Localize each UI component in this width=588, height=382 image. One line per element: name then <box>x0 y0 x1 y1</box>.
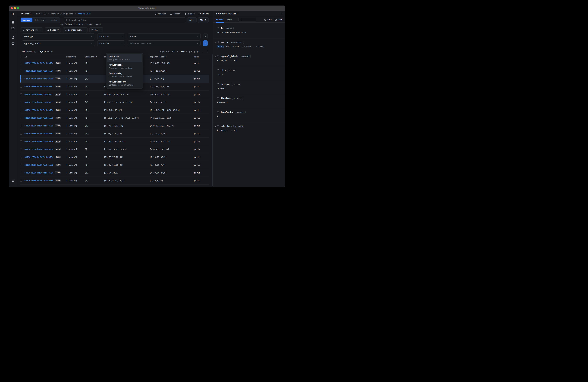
filter-value-select[interactable]: woman <box>128 34 201 39</box>
sidebar-item-table[interactable] <box>10 41 16 46</box>
close-window-button[interactable] <box>11 7 13 9</box>
expand-chevron-icon[interactable] <box>214 55 216 57</box>
table-row[interactable]: 6811022066dbe807be0cb533512D ["woman"] [… <box>20 98 209 106</box>
breadcrumb-item[interactable]: v2 <box>44 13 46 15</box>
row-checkbox[interactable] <box>20 180 22 182</box>
document-id-link[interactable]: 6811022066dbe807be0cb536 <box>24 125 53 127</box>
table-row[interactable]: 6811022066dbe807be0cb53c512D ["woman"] [… <box>20 169 209 177</box>
document-id-link[interactable]: 6811022066dbe807be0cb539 <box>24 148 53 150</box>
sidebar-item-document[interactable] <box>10 35 16 40</box>
table-row[interactable]: 6811022066dbe807be0cb539512D ["woman"] [… <box>20 145 209 153</box>
document-id-link[interactable]: 6811022066dbe807be0cb538 <box>24 140 53 142</box>
close-panel-button[interactable] <box>280 12 282 15</box>
document-id-link[interactable]: 6811022066dbe807be0cb533 <box>24 101 53 103</box>
row-checkbox[interactable] <box>20 172 22 174</box>
select-all-checkbox[interactable] <box>20 56 22 58</box>
filter-operator-select[interactable]: Contains <box>97 34 125 39</box>
filter-field-select[interactable]: apparel_labels <box>22 40 95 46</box>
remove-filter-button[interactable] <box>203 34 208 39</box>
menu-item-Contains[interactable]: Contains Array contains value <box>107 54 142 62</box>
expand-chevron-icon[interactable] <box>214 41 216 43</box>
document-id-link[interactable]: 6811022066dbe807be0cb532 <box>24 93 53 96</box>
edit-button[interactable]: EDIT <box>264 19 272 21</box>
breadcrumb-item[interactable]: dev <box>36 13 40 15</box>
document-id-link[interactable]: 6811022066dbe807be0cb52e <box>24 62 53 64</box>
row-checkbox[interactable] <box>20 133 22 135</box>
row-checkbox[interactable] <box>20 117 22 119</box>
breadcrumb-item[interactable]: fashion-week-photos <box>50 13 73 15</box>
document-id-link[interactable]: 6811022066dbe807be0cb52f <box>24 70 53 72</box>
document-id-link[interactable]: 6811022066dbe807be0cb535 <box>24 117 53 119</box>
row-checkbox[interactable] <box>20 86 22 88</box>
vertical-scrollbar[interactable] <box>211 54 212 186</box>
menu-item-ContainsAny[interactable]: ContainsAny Contains any of values <box>107 71 142 79</box>
full-text-mode-link[interactable]: full-text mode <box>64 23 80 25</box>
aggregations-button[interactable]: aggregations <box>63 27 87 32</box>
page-size-select[interactable]: 100 <box>181 50 188 53</box>
table-row[interactable]: 6811022066dbe807be0cb53a512D ["woman"] [… <box>20 153 209 161</box>
row-checkbox[interactable] <box>20 164 22 166</box>
add-filter-button[interactable]: + <box>203 40 208 46</box>
sidebar-item-folder[interactable] <box>10 25 16 31</box>
menu-item-NotContains[interactable]: NotContains Array does not contain <box>107 62 142 71</box>
sidebar-item-database[interactable] <box>10 19 16 25</box>
refresh-button[interactable]: refresh <box>154 13 166 15</box>
filter-field-select[interactable]: itemType <box>22 34 95 39</box>
document-id-link[interactable]: 6811022066dbe807be0cb534 <box>24 109 53 111</box>
history-button[interactable]: history <box>45 27 61 32</box>
next-page-button[interactable]: › <box>205 50 209 53</box>
document-id-link[interactable]: 6811022066dbe807be0cb53b <box>24 164 53 166</box>
table-row[interactable]: 6811022066dbe807be0cb53d512D ["woman"] [… <box>20 177 209 184</box>
tab-json[interactable]: JSON <box>227 17 231 22</box>
filter-operator-select[interactable]: Contains <box>97 40 125 46</box>
tab-pretty[interactable]: PRETTY <box>216 17 223 22</box>
document-id-link[interactable]: 6811022066dbe807be0cb530 <box>24 78 53 80</box>
row-checkbox[interactable] <box>20 109 22 111</box>
export-button[interactable]: export <box>184 13 195 15</box>
minimize-window-button[interactable] <box>14 7 16 9</box>
row-checkbox[interactable] <box>20 78 22 80</box>
filter-value-select[interactable]: Value to search for <box>128 40 201 46</box>
document-id-link[interactable]: 6811022066dbe807be0cb53a <box>24 156 53 158</box>
row-checkbox[interactable] <box>20 125 22 127</box>
breadcrumb-root[interactable]: DOCUMENTS <box>21 13 32 15</box>
tab-full-text[interactable]: full-text <box>32 18 48 22</box>
document-id-link[interactable]: 6811022066dbe807be0cb531 <box>24 85 53 88</box>
visual-button[interactable]: visual <box>199 13 209 15</box>
column-visibility-button[interactable]: 7/7 <box>89 27 103 32</box>
import-button[interactable]: import <box>170 13 180 15</box>
filters-button[interactable]: filters 1 <box>20 27 43 32</box>
maximize-window-button[interactable] <box>17 7 19 9</box>
field-apparel_labels: apparel_labels array[4] [2,27,10, ... +1… <box>213 52 285 66</box>
row-checkbox[interactable] <box>20 141 22 142</box>
tab-browse[interactable]: browse <box>21 18 32 22</box>
details-search-input[interactable] <box>238 18 256 22</box>
row-checkbox[interactable] <box>20 70 22 72</box>
document-id-link[interactable]: 6811022066dbe807be0cb537 <box>24 132 53 135</box>
row-checkbox[interactable] <box>20 62 22 64</box>
tab-vector[interactable]: vector <box>48 18 60 22</box>
table-row[interactable]: 6811022066dbe807be0cb537512D ["woman"] [… <box>20 130 209 138</box>
document-id-link[interactable]: 6811022066dbe807be0cb53c <box>24 172 53 174</box>
row-checkbox[interactable] <box>20 156 22 158</box>
table-row[interactable]: 6811022066dbe807be0cb53b512D ["woman"] [… <box>20 161 209 169</box>
row-checkbox[interactable] <box>20 93 22 95</box>
prev-page-button[interactable]: ‹ <box>201 50 204 53</box>
row-checkbox[interactable] <box>20 101 22 103</box>
sidebar-item-settings[interactable] <box>10 179 16 184</box>
row-checkbox[interactable] <box>20 148 22 150</box>
table-row[interactable]: 6811022066dbe807be0cb532512D ["woman"] [… <box>20 91 209 98</box>
breadcrumb-current[interactable]: resort-2026 <box>78 13 91 15</box>
chevron-down-icon <box>121 42 123 44</box>
expand-chevron-icon[interactable] <box>214 125 216 127</box>
sort-direction-button[interactable]: ASC <box>198 17 209 23</box>
search-input[interactable]: Search by ID... <box>64 17 186 23</box>
table-row[interactable]: 6811022066dbe807be0cb534512D ["woman"] [… <box>20 106 209 114</box>
table-row[interactable]: 6811022066dbe807be0cb536512D ["woman"] [… <box>20 122 209 130</box>
document-id-link[interactable]: 6811022066dbe807be0cb53d <box>24 180 53 182</box>
table-row[interactable]: 6811022066dbe807be0cb538512D ["woman"] [… <box>20 138 209 145</box>
table-row[interactable]: 6811022066dbe807be0cb535512D ["woman"] [… <box>20 114 209 122</box>
copy-button[interactable]: COPY <box>275 19 282 21</box>
menu-item-NotContainsAny[interactable]: NotContainsAny Contains none of values <box>107 79 142 88</box>
sort-field-select[interactable]: id <box>187 17 197 23</box>
